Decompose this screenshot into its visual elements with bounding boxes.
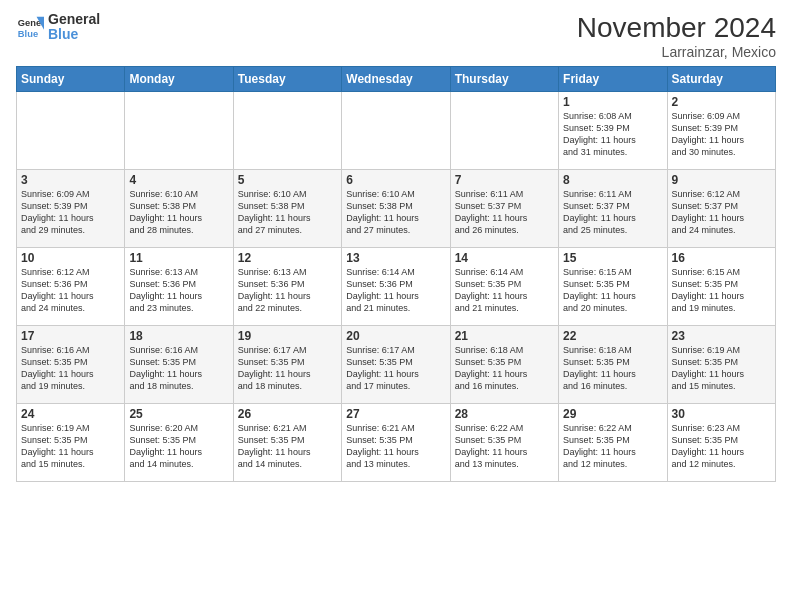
calendar-table: SundayMondayTuesdayWednesdayThursdayFrid… xyxy=(16,66,776,482)
day-number: 21 xyxy=(455,329,554,343)
day-info: Sunrise: 6:15 AM Sunset: 5:35 PM Dayligh… xyxy=(672,266,771,315)
day-info: Sunrise: 6:19 AM Sunset: 5:35 PM Dayligh… xyxy=(21,422,120,471)
logo-line1: General xyxy=(48,12,100,27)
calendar-cell: 28Sunrise: 6:22 AM Sunset: 5:35 PM Dayli… xyxy=(450,404,558,482)
day-info: Sunrise: 6:10 AM Sunset: 5:38 PM Dayligh… xyxy=(129,188,228,237)
day-info: Sunrise: 6:23 AM Sunset: 5:35 PM Dayligh… xyxy=(672,422,771,471)
calendar-cell: 25Sunrise: 6:20 AM Sunset: 5:35 PM Dayli… xyxy=(125,404,233,482)
day-number: 24 xyxy=(21,407,120,421)
day-number: 22 xyxy=(563,329,662,343)
calendar-cell xyxy=(17,92,125,170)
day-number: 30 xyxy=(672,407,771,421)
day-info: Sunrise: 6:15 AM Sunset: 5:35 PM Dayligh… xyxy=(563,266,662,315)
calendar-cell: 26Sunrise: 6:21 AM Sunset: 5:35 PM Dayli… xyxy=(233,404,341,482)
month-title: November 2024 xyxy=(577,12,776,44)
day-info: Sunrise: 6:11 AM Sunset: 5:37 PM Dayligh… xyxy=(455,188,554,237)
calendar-cell: 27Sunrise: 6:21 AM Sunset: 5:35 PM Dayli… xyxy=(342,404,450,482)
calendar-cell: 29Sunrise: 6:22 AM Sunset: 5:35 PM Dayli… xyxy=(559,404,667,482)
calendar-cell: 22Sunrise: 6:18 AM Sunset: 5:35 PM Dayli… xyxy=(559,326,667,404)
week-row-5: 24Sunrise: 6:19 AM Sunset: 5:35 PM Dayli… xyxy=(17,404,776,482)
day-info: Sunrise: 6:20 AM Sunset: 5:35 PM Dayligh… xyxy=(129,422,228,471)
calendar-cell: 1Sunrise: 6:08 AM Sunset: 5:39 PM Daylig… xyxy=(559,92,667,170)
week-row-3: 10Sunrise: 6:12 AM Sunset: 5:36 PM Dayli… xyxy=(17,248,776,326)
day-header-saturday: Saturday xyxy=(667,67,775,92)
day-number: 13 xyxy=(346,251,445,265)
calendar-header: SundayMondayTuesdayWednesdayThursdayFrid… xyxy=(17,67,776,92)
calendar-cell: 23Sunrise: 6:19 AM Sunset: 5:35 PM Dayli… xyxy=(667,326,775,404)
week-row-2: 3Sunrise: 6:09 AM Sunset: 5:39 PM Daylig… xyxy=(17,170,776,248)
logo: General Blue General Blue xyxy=(16,12,100,43)
day-number: 12 xyxy=(238,251,337,265)
day-info: Sunrise: 6:10 AM Sunset: 5:38 PM Dayligh… xyxy=(238,188,337,237)
day-info: Sunrise: 6:12 AM Sunset: 5:37 PM Dayligh… xyxy=(672,188,771,237)
calendar-cell: 7Sunrise: 6:11 AM Sunset: 5:37 PM Daylig… xyxy=(450,170,558,248)
day-header-friday: Friday xyxy=(559,67,667,92)
day-info: Sunrise: 6:10 AM Sunset: 5:38 PM Dayligh… xyxy=(346,188,445,237)
day-info: Sunrise: 6:19 AM Sunset: 5:35 PM Dayligh… xyxy=(672,344,771,393)
day-info: Sunrise: 6:13 AM Sunset: 5:36 PM Dayligh… xyxy=(129,266,228,315)
day-info: Sunrise: 6:09 AM Sunset: 5:39 PM Dayligh… xyxy=(672,110,771,159)
calendar-cell: 15Sunrise: 6:15 AM Sunset: 5:35 PM Dayli… xyxy=(559,248,667,326)
svg-text:Blue: Blue xyxy=(18,30,38,40)
day-number: 7 xyxy=(455,173,554,187)
day-number: 11 xyxy=(129,251,228,265)
location-subtitle: Larrainzar, Mexico xyxy=(577,44,776,60)
day-number: 28 xyxy=(455,407,554,421)
day-number: 6 xyxy=(346,173,445,187)
calendar-cell: 21Sunrise: 6:18 AM Sunset: 5:35 PM Dayli… xyxy=(450,326,558,404)
day-number: 26 xyxy=(238,407,337,421)
calendar-cell: 6Sunrise: 6:10 AM Sunset: 5:38 PM Daylig… xyxy=(342,170,450,248)
day-number: 8 xyxy=(563,173,662,187)
day-number: 29 xyxy=(563,407,662,421)
day-number: 16 xyxy=(672,251,771,265)
calendar-cell: 16Sunrise: 6:15 AM Sunset: 5:35 PM Dayli… xyxy=(667,248,775,326)
day-number: 15 xyxy=(563,251,662,265)
day-number: 25 xyxy=(129,407,228,421)
calendar-cell xyxy=(342,92,450,170)
day-info: Sunrise: 6:13 AM Sunset: 5:36 PM Dayligh… xyxy=(238,266,337,315)
calendar-cell: 18Sunrise: 6:16 AM Sunset: 5:35 PM Dayli… xyxy=(125,326,233,404)
calendar-cell: 12Sunrise: 6:13 AM Sunset: 5:36 PM Dayli… xyxy=(233,248,341,326)
calendar-cell: 11Sunrise: 6:13 AM Sunset: 5:36 PM Dayli… xyxy=(125,248,233,326)
calendar-cell xyxy=(125,92,233,170)
day-info: Sunrise: 6:17 AM Sunset: 5:35 PM Dayligh… xyxy=(238,344,337,393)
day-number: 17 xyxy=(21,329,120,343)
title-block: November 2024 Larrainzar, Mexico xyxy=(577,12,776,60)
day-info: Sunrise: 6:14 AM Sunset: 5:36 PM Dayligh… xyxy=(346,266,445,315)
calendar-cell: 3Sunrise: 6:09 AM Sunset: 5:39 PM Daylig… xyxy=(17,170,125,248)
week-row-4: 17Sunrise: 6:16 AM Sunset: 5:35 PM Dayli… xyxy=(17,326,776,404)
day-info: Sunrise: 6:08 AM Sunset: 5:39 PM Dayligh… xyxy=(563,110,662,159)
day-header-wednesday: Wednesday xyxy=(342,67,450,92)
logo-line2: Blue xyxy=(48,27,100,42)
calendar-cell: 4Sunrise: 6:10 AM Sunset: 5:38 PM Daylig… xyxy=(125,170,233,248)
calendar-cell: 17Sunrise: 6:16 AM Sunset: 5:35 PM Dayli… xyxy=(17,326,125,404)
day-info: Sunrise: 6:17 AM Sunset: 5:35 PM Dayligh… xyxy=(346,344,445,393)
logo-icon: General Blue xyxy=(16,13,44,41)
calendar-cell: 14Sunrise: 6:14 AM Sunset: 5:35 PM Dayli… xyxy=(450,248,558,326)
calendar-cell: 20Sunrise: 6:17 AM Sunset: 5:35 PM Dayli… xyxy=(342,326,450,404)
week-row-1: 1Sunrise: 6:08 AM Sunset: 5:39 PM Daylig… xyxy=(17,92,776,170)
calendar-cell: 9Sunrise: 6:12 AM Sunset: 5:37 PM Daylig… xyxy=(667,170,775,248)
day-info: Sunrise: 6:14 AM Sunset: 5:35 PM Dayligh… xyxy=(455,266,554,315)
day-number: 27 xyxy=(346,407,445,421)
page-container: General Blue General Blue November 2024 … xyxy=(0,0,792,490)
day-header-thursday: Thursday xyxy=(450,67,558,92)
calendar-cell xyxy=(450,92,558,170)
day-info: Sunrise: 6:16 AM Sunset: 5:35 PM Dayligh… xyxy=(21,344,120,393)
day-number: 19 xyxy=(238,329,337,343)
day-info: Sunrise: 6:11 AM Sunset: 5:37 PM Dayligh… xyxy=(563,188,662,237)
calendar-cell: 5Sunrise: 6:10 AM Sunset: 5:38 PM Daylig… xyxy=(233,170,341,248)
day-number: 1 xyxy=(563,95,662,109)
day-header-tuesday: Tuesday xyxy=(233,67,341,92)
day-number: 2 xyxy=(672,95,771,109)
calendar-cell: 19Sunrise: 6:17 AM Sunset: 5:35 PM Dayli… xyxy=(233,326,341,404)
calendar-cell: 24Sunrise: 6:19 AM Sunset: 5:35 PM Dayli… xyxy=(17,404,125,482)
day-number: 20 xyxy=(346,329,445,343)
day-number: 3 xyxy=(21,173,120,187)
day-number: 23 xyxy=(672,329,771,343)
day-number: 9 xyxy=(672,173,771,187)
day-header-monday: Monday xyxy=(125,67,233,92)
day-number: 4 xyxy=(129,173,228,187)
calendar-cell: 2Sunrise: 6:09 AM Sunset: 5:39 PM Daylig… xyxy=(667,92,775,170)
day-info: Sunrise: 6:18 AM Sunset: 5:35 PM Dayligh… xyxy=(455,344,554,393)
